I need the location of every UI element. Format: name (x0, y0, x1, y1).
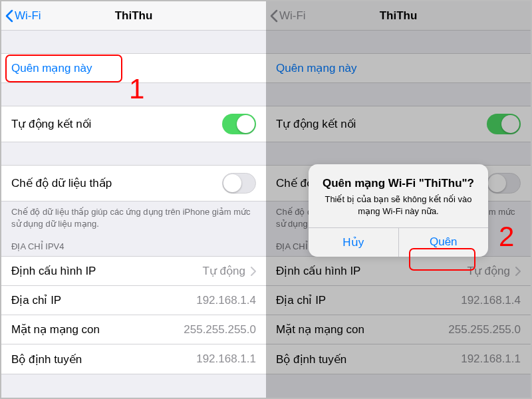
alert-cancel-button[interactable]: Hủy (309, 228, 398, 257)
auto-join-toggle[interactable] (222, 114, 256, 134)
back-button[interactable]: Wi-Fi (1, 9, 41, 23)
back-label: Wi-Fi (15, 9, 41, 23)
low-data-note: Chế độ dữ liệu thấp giúp các ứng dụng tr… (1, 201, 266, 229)
low-data-toggle[interactable] (222, 173, 256, 194)
forget-network-label: Quên mạng này (11, 61, 92, 75)
navbar: Wi-Fi ThiThu (1, 1, 266, 31)
page-title: ThiThu (1, 9, 266, 23)
configure-ip-row[interactable]: Định cấu hình IP Tự động (1, 257, 266, 286)
auto-join-row: Tự động kết nối (1, 106, 266, 142)
row-value: Tự động (203, 264, 245, 278)
subnet-mask-row: Mặt nạ mạng con 255.255.255.0 (1, 315, 266, 344)
row-label: Địa chỉ IP (11, 293, 61, 307)
alert-title: Quên mạng Wi-Fi "ThiThu"? (319, 176, 477, 191)
settings-pane-right: Wi-Fi ThiThu Quên mạng này Tự động kết n… (266, 1, 531, 398)
alert-confirm-button[interactable]: Quên (398, 228, 489, 257)
alert-message: Thiết bị của bạn sẽ không kết nối vào mạ… (319, 194, 477, 217)
auto-join-label: Tự động kết nối (11, 117, 91, 131)
settings-pane-left: Wi-Fi ThiThu Quên mạng này Tự động kết n… (1, 1, 266, 398)
chevron-right-icon (251, 267, 256, 276)
ipv4-group: Định cấu hình IP Tự động Địa chỉ IP 192.… (1, 256, 266, 374)
row-value: 192.168.1.1 (196, 352, 256, 366)
low-data-label: Chế độ dữ liệu thấp (11, 176, 112, 190)
ipv4-header: ĐỊA CHỈ IPV4 (1, 229, 266, 256)
forget-network-button[interactable]: Quên mạng này (1, 53, 266, 83)
row-label: Định cấu hình IP (11, 264, 96, 278)
forget-confirm-alert: Quên mạng Wi-Fi "ThiThu"? Thiết bị của b… (309, 164, 488, 257)
row-label: Bộ định tuyến (11, 352, 82, 366)
ip-address-row: Địa chỉ IP 192.168.1.4 (1, 286, 266, 315)
low-data-row: Chế độ dữ liệu thấp (1, 165, 266, 201)
row-value: 255.255.255.0 (184, 323, 256, 336)
router-row: Bộ định tuyến 192.168.1.1 (1, 344, 266, 374)
chevron-left-icon (5, 9, 13, 23)
row-value: 192.168.1.4 (196, 294, 256, 307)
row-label: Mặt nạ mạng con (11, 323, 100, 336)
